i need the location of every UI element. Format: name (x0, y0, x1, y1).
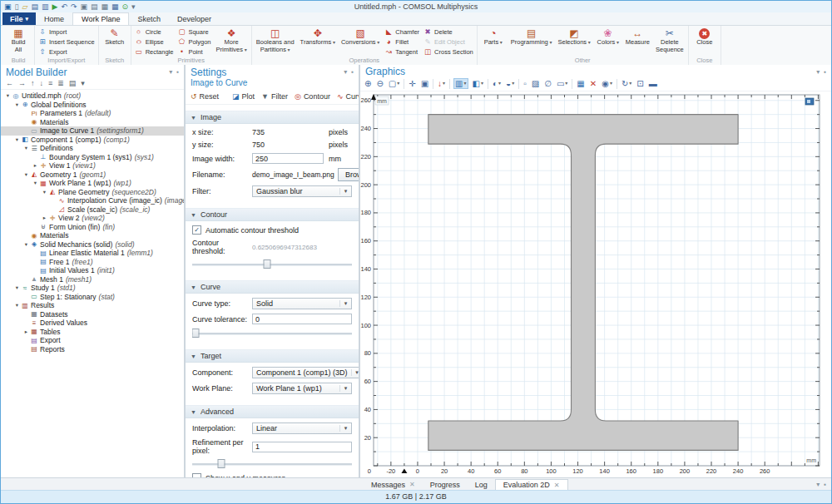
player-icon[interactable]: ◉▾ (601, 78, 613, 89)
browse-button[interactable]: Browse... (338, 168, 359, 181)
plot-window-icon[interactable]: ▦ (576, 78, 585, 89)
ribbon-button-sketch[interactable]: ✎Sketch (102, 27, 128, 57)
tree-expander-icon[interactable]: ▾ (13, 136, 21, 143)
tree-item-reports[interactable]: ▤Reports (1, 345, 184, 354)
app-icon[interactable]: ▣ (4, 2, 12, 12)
chevron-down-icon[interactable]: ▾ (816, 68, 820, 76)
tree-expander-icon[interactable]: ▾ (22, 145, 30, 151)
ribbon-button-circle[interactable]: ○Circle (135, 27, 174, 37)
tree-item-component-1-comp1[interactable]: ▾◧Component 1 (comp1)(comp1) (1, 136, 184, 145)
ribbon-tab-sketch[interactable]: Sketch (129, 12, 169, 25)
graphics-canvas[interactable]: -200204060801001201401601802002202402602… (360, 91, 831, 477)
save-icon[interactable]: ▤ (31, 2, 38, 12)
go-to-default-view-icon[interactable]: ✛ (408, 78, 416, 89)
file-menu-button[interactable]: File ▾ (2, 12, 36, 25)
zoom-out-icon[interactable]: ⊖ (375, 78, 384, 89)
wireframe-rendering-icon[interactable]: ▥▾ (453, 78, 468, 89)
back-icon[interactable]: ← (6, 79, 13, 87)
tree-expander-icon[interactable]: ▾ (13, 101, 21, 108)
text-input-curve-tolerance[interactable]: 0 (252, 314, 352, 324)
slider[interactable] (192, 259, 352, 269)
ribbon-button-cross-section[interactable]: ◫Cross Section (423, 47, 473, 57)
surface-rendering-icon[interactable]: ◧▾ (472, 78, 484, 89)
pin-icon[interactable]: ▪ (176, 68, 179, 76)
tree-expander-icon[interactable]: ▾ (22, 241, 30, 248)
slider-thumb[interactable] (192, 329, 199, 338)
tree-item-results[interactable]: ▾▥Results (1, 301, 184, 310)
tree-item-free-1[interactable]: ▤Free 1(free1) (1, 258, 184, 267)
table-icon[interactable]: ▦ (111, 2, 119, 12)
tree-item-parameters-1[interactable]: PiParameters 1(default) (1, 109, 184, 118)
forward-icon[interactable]: → (18, 79, 26, 87)
bottom-tab-messages[interactable]: Messages✕ (364, 478, 423, 491)
ribbon-button-programming[interactable]: ▤Programming ▾ (509, 27, 554, 57)
select-curve-type[interactable]: Solid▾ (252, 298, 352, 309)
ribbon-button-more-primitives[interactable]: ❖MorePrimitives ▾ (215, 27, 249, 57)
select-filter[interactable]: Gaussian blur▾ (252, 185, 352, 197)
screenshot-icon[interactable]: ▭▾ (556, 78, 568, 89)
tree-expander-icon[interactable]: ▾ (22, 171, 30, 178)
section-header-image[interactable]: ▼Image (186, 111, 359, 124)
ribbon-button-tangent[interactable]: ↝Tangent (384, 47, 419, 57)
ribbon-button-delete[interactable]: ✖Delete (423, 27, 473, 37)
ribbon-button-close[interactable]: ✖Close (691, 27, 718, 57)
ribbon-button-point[interactable]: •Point (177, 47, 210, 57)
ribbon-button-booleans-and-partitions[interactable]: ◫Booleans andPartitions ▾ (255, 27, 296, 57)
tree-item-study-1[interactable]: ▾≈Study 1(std1) (1, 284, 184, 293)
tree-item-boundary-system-1-sys1[interactable]: ⊥Boundary System 1 (sys1)(sys1) (1, 153, 184, 162)
select-interpolation[interactable]: Linear▾ (252, 422, 352, 434)
tree-expander-icon[interactable]: ▸ (32, 162, 39, 169)
paste-icon[interactable]: ▤ (91, 2, 98, 12)
model-tree-node-text-icon[interactable]: ▤ (69, 79, 77, 87)
tree-item-global-definitions[interactable]: ▾⊕Global Definitions (1, 101, 184, 110)
ribbon-button-square[interactable]: ▢Square (177, 27, 210, 37)
tree-item-solid-mechanics-solid[interactable]: ▾◈Solid Mechanics (solid)(solid) (1, 240, 184, 250)
tree-item-scale-scale-ic[interactable]: ◿Scale (scale_ic)(scale_ic) (1, 205, 184, 215)
tree-expander-icon[interactable]: ▾ (13, 284, 21, 291)
tree-expander-icon[interactable]: ▾ (4, 92, 12, 99)
expand-all-icon[interactable]: ≣ (57, 79, 64, 87)
snapshot-icon[interactable]: ⊡ (636, 78, 644, 89)
toolbar-overflow-icon[interactable]: ▾ (81, 79, 85, 87)
tree-item-plane-geometry[interactable]: ▾◭Plane Geometry(sequence2D) (1, 188, 184, 197)
ribbon-button-fillet[interactable]: ◕Fillet (384, 37, 419, 47)
ribbon-button-parts[interactable]: ◔Parts ▾ (480, 27, 507, 57)
qat-overflow-icon[interactable]: ▾ (131, 2, 136, 12)
ribbon-button-measure[interactable]: ↔Measure (624, 27, 651, 57)
tree-item-view-2[interactable]: ▸✛View 2(view2) (1, 214, 184, 223)
zoom-extents-icon[interactable]: ▢▾ (388, 78, 400, 89)
bottom-tab-log[interactable]: Log (468, 478, 495, 491)
ribbon-button-colors[interactable]: ❀Colors ▾ (595, 27, 622, 57)
text-input-refinement-per-pixel[interactable]: 1 (252, 442, 352, 452)
scene-light-icon[interactable]: ◐▾ (492, 78, 502, 89)
chevron-down-icon[interactable]: ▾ (816, 481, 820, 488)
lock-view-icon[interactable]: ▬ (648, 78, 658, 89)
tree-item-interpolation-curve-image-ic[interactable]: ∿Interpolation Curve (image_ic)(image_ic… (1, 196, 184, 205)
tree-item-tables[interactable]: ▸▦Tables (1, 328, 184, 337)
ribbon-button-insert-sequence[interactable]: ⊞Insert Sequence (38, 37, 95, 47)
chevron-down-icon[interactable]: ▾ (169, 68, 172, 76)
ribbon-button-build-all[interactable]: ▦BuildAll (5, 27, 32, 57)
tree-item-image-to-curve-1[interactable]: ▭Image to Curve 1(settingsform1) (1, 126, 184, 136)
tree-expander-icon[interactable]: ▸ (41, 215, 48, 221)
slider-thumb[interactable] (264, 259, 271, 269)
move-up-icon[interactable]: ↑ (31, 79, 35, 87)
hide-objects-icon[interactable]: ∅ (543, 78, 552, 89)
settings-toolbar-reset[interactable]: ↺Reset (191, 92, 219, 101)
ribbon-tab-developer[interactable]: Developer (169, 12, 220, 25)
bottom-tab-evaluation-2d[interactable]: Evaluation 2D✕ (495, 479, 568, 491)
ribbon-button-import[interactable]: ⇩Import (38, 27, 95, 37)
tree-item-view-1[interactable]: ▸✛View 1(view1) (1, 161, 184, 170)
close-icon[interactable]: ✕ (554, 482, 560, 489)
ribbon-tab-home[interactable]: Home (36, 12, 72, 25)
geometry-plot[interactable]: -200204060801001201401601802002202402602… (360, 91, 830, 477)
move-down-icon[interactable]: ↓ (40, 79, 44, 87)
zoom-select-icon[interactable]: ⊙ (122, 2, 129, 12)
chevron-down-icon[interactable]: ▾ (344, 68, 347, 76)
settings-toolbar-filter[interactable]: ▼Filter (261, 92, 288, 101)
ribbon-button-transforms[interactable]: ✥Transforms ▾ (299, 27, 337, 57)
remove-plot-icon[interactable]: ✕ (589, 78, 597, 89)
pin-icon[interactable]: ▪ (824, 68, 826, 76)
tree-item-derived-values[interactable]: ≡Derived Values (1, 319, 184, 328)
settings-toolbar-plot[interactable]: ◪Plot (232, 92, 255, 101)
